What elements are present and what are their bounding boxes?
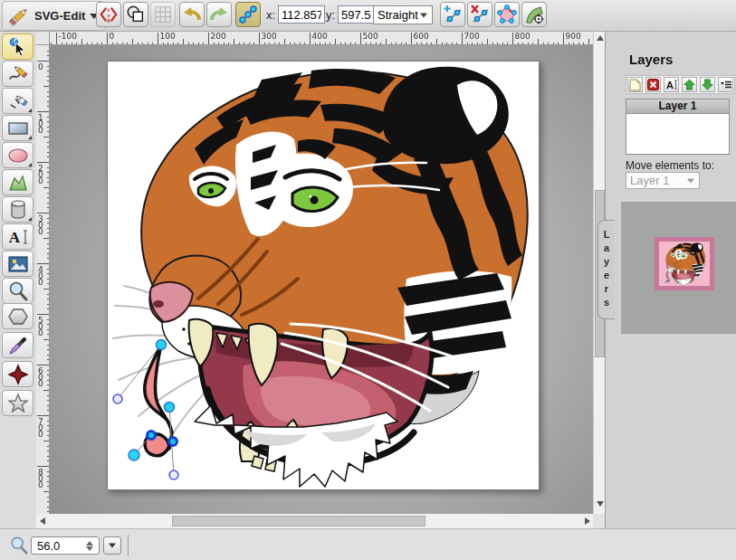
redo-icon	[208, 4, 230, 25]
magnifier-icon	[7, 280, 29, 302]
tool-pencil-button[interactable]	[2, 61, 33, 87]
tool-zoom-button[interactable]	[2, 278, 33, 304]
scroll-right-button[interactable]	[581, 515, 593, 527]
down-arrow-icon	[597, 501, 604, 507]
move-layer-up-button[interactable]	[682, 77, 697, 92]
tool-eyedropper-button[interactable]	[2, 332, 33, 358]
flyout-indicator	[28, 217, 32, 221]
statusbar-separator	[128, 535, 129, 556]
rename-layer-icon: A	[665, 79, 678, 90]
segment-type-value: Straight	[378, 8, 418, 22]
shapes-icon	[126, 5, 146, 24]
workspace[interactable]	[50, 45, 593, 516]
open-path-icon	[523, 4, 545, 25]
zoom-spinner-arrows[interactable]	[83, 541, 99, 551]
segment-type-select[interactable]: Straight	[373, 5, 433, 24]
spinner-down-icon	[86, 546, 93, 551]
move-elements-label: Move elements to:	[626, 159, 714, 172]
text-icon: A	[7, 227, 29, 247]
tool-text-button[interactable]: A	[2, 223, 33, 250]
scrollbar-corner	[593, 514, 605, 528]
drawing[interactable]	[108, 62, 539, 489]
horizontal-scrollbar[interactable]	[36, 514, 593, 528]
svg-text:g: g	[107, 17, 110, 23]
node-edit-tool-button[interactable]	[235, 2, 261, 27]
tool-rectangle-button[interactable]	[2, 115, 33, 141]
delete-layer-button[interactable]	[645, 77, 661, 92]
main-menu-button[interactable]: SVG-Edit	[2, 1, 105, 31]
tool-select-button[interactable]	[2, 33, 33, 60]
undo-button[interactable]	[179, 2, 205, 27]
edit-source-button[interactable]: s v g	[96, 2, 121, 27]
move-elements-caret-icon	[687, 178, 694, 183]
open-path-button[interactable]	[521, 2, 547, 27]
horizontal-ruler	[50, 32, 593, 45]
source-code-icon: s v g	[99, 5, 119, 24]
move-layer-down-button[interactable]	[700, 77, 715, 92]
layers-side-tab[interactable]: Layers	[597, 220, 615, 319]
right-arrow-icon	[585, 517, 590, 525]
tool-hexagon-button[interactable]	[2, 303, 33, 329]
new-layer-button[interactable]	[627, 77, 643, 92]
zoom-magnifier-icon	[9, 536, 29, 555]
add-node-icon	[442, 4, 464, 25]
polygon-icon	[7, 173, 29, 193]
canvas-thumbnail[interactable]	[655, 237, 714, 290]
close-path-button[interactable]	[494, 2, 520, 27]
ellipse-icon	[7, 147, 29, 165]
tool-ellipse-button[interactable]	[2, 142, 33, 168]
up-arrow-icon	[597, 35, 604, 41]
red-cross-shape-icon	[7, 364, 29, 385]
x-coordinate-input[interactable]	[278, 5, 325, 24]
flyout-indicator	[28, 163, 32, 166]
tool-polygon-button[interactable]	[2, 169, 33, 195]
layer-up-icon	[683, 79, 695, 90]
top-toolbar: SVG-Edit s v g	[0, 0, 736, 32]
segment-type-caret-icon	[420, 13, 427, 17]
zoom-level-input[interactable]: 56.0	[31, 536, 100, 555]
spinner-up-icon	[86, 541, 93, 546]
tool-line-button[interactable]	[2, 88, 33, 114]
scroll-left-button[interactable]	[36, 515, 48, 527]
rectangle-icon	[7, 119, 29, 138]
select-cursor-icon	[8, 37, 28, 57]
tool-star-button[interactable]	[2, 390, 33, 416]
node-edit-icon	[237, 4, 259, 25]
tool-connector-button[interactable]	[2, 361, 33, 387]
rename-layer-button[interactable]: A	[664, 77, 679, 92]
canvas-page[interactable]	[107, 61, 540, 490]
svg-text:A: A	[666, 80, 674, 90]
layer-menu-icon	[720, 80, 732, 90]
layer-menu-button[interactable]	[718, 77, 733, 92]
tool-image-button[interactable]	[2, 251, 33, 277]
x-label: x:	[266, 8, 275, 22]
flyout-indicator	[28, 109, 32, 112]
left-tool-palette: A	[0, 32, 36, 532]
zoom-preset-dropdown[interactable]	[103, 536, 121, 555]
layer-list-item-selected[interactable]: Layer 1	[626, 100, 729, 114]
layers-panel: Layers Layers A	[605, 32, 736, 560]
left-arrow-icon	[40, 517, 45, 525]
cylinder-icon	[8, 199, 28, 221]
horizontal-scroll-thumb[interactable]	[172, 516, 425, 527]
grid-button[interactable]	[150, 2, 176, 27]
new-layer-icon	[629, 79, 641, 91]
image-icon	[7, 255, 29, 273]
eyedropper-icon	[7, 335, 29, 356]
layer-list[interactable]: Layer 1	[626, 99, 730, 155]
add-node-button[interactable]	[440, 2, 465, 27]
delete-node-button[interactable]	[467, 2, 492, 27]
layers-panel-title: Layers	[629, 52, 673, 67]
status-bar: 56.0	[0, 528, 736, 560]
move-elements-select[interactable]: Layer 1	[626, 172, 700, 189]
thumbnail-drawing	[659, 242, 710, 287]
grid-icon	[153, 5, 173, 24]
redo-button[interactable]	[206, 2, 232, 27]
y-coordinate-input[interactable]	[338, 5, 376, 24]
undo-icon	[181, 4, 203, 25]
tool-shape-library-button[interactable]	[2, 196, 33, 223]
shape-overlap-button[interactable]	[123, 2, 148, 27]
layer-buttons-row: A	[626, 75, 735, 94]
pencil-icon	[7, 64, 29, 84]
move-elements-value: Layer 1	[630, 174, 669, 187]
